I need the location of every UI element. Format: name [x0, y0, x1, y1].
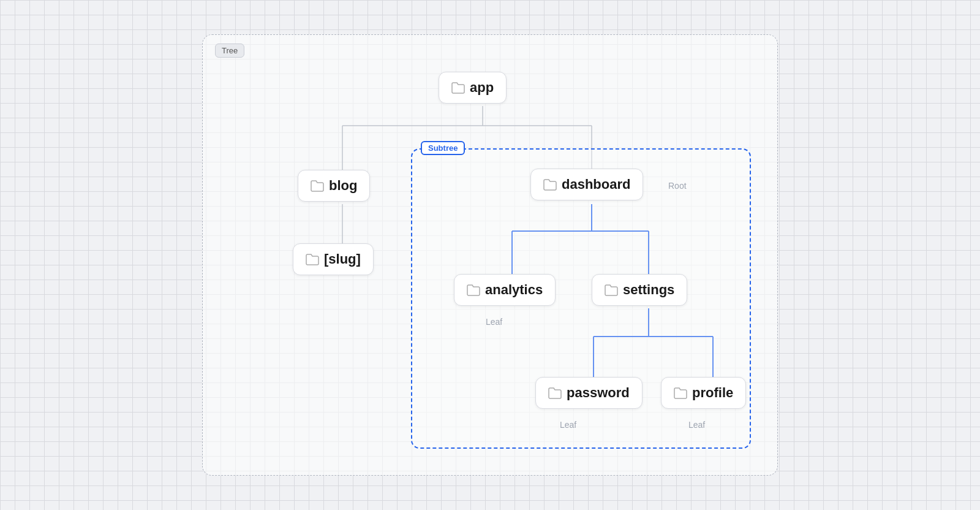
node-dashboard[interactable]: dashboard — [530, 169, 643, 200]
node-settings-label: settings — [623, 282, 674, 298]
node-blog-label: blog — [329, 178, 357, 194]
node-analytics[interactable]: analytics — [454, 274, 556, 306]
node-settings[interactable]: settings — [592, 274, 687, 306]
folder-icon-password — [548, 387, 562, 399]
folder-icon-analytics — [467, 284, 480, 296]
node-password-label: password — [567, 385, 630, 401]
folder-icon-profile — [674, 387, 687, 399]
folder-icon-app — [451, 82, 465, 94]
canvas: Tree Subtree app blog — [202, 34, 778, 476]
subtree-label: Subtree — [421, 141, 465, 155]
node-analytics-label: analytics — [485, 282, 543, 298]
folder-icon-blog — [311, 180, 324, 192]
password-node-label: Leaf — [560, 420, 576, 430]
node-dashboard-label: dashboard — [562, 177, 630, 192]
node-password[interactable]: password — [535, 377, 643, 409]
folder-icon-dashboard — [543, 178, 557, 191]
dashboard-node-label: Root — [668, 181, 687, 191]
node-profile-label: profile — [692, 385, 733, 401]
node-slug-label: [slug] — [324, 251, 361, 267]
profile-node-label: Leaf — [688, 420, 705, 430]
node-profile[interactable]: profile — [661, 377, 746, 409]
node-app-label: app — [470, 80, 494, 96]
folder-icon-settings — [605, 284, 618, 296]
node-blog[interactable]: blog — [298, 170, 370, 202]
analytics-node-label: Leaf — [486, 317, 502, 327]
node-app[interactable]: app — [439, 72, 507, 104]
folder-icon-slug — [306, 253, 319, 265]
node-slug[interactable]: [slug] — [293, 243, 374, 275]
canvas-label: Tree — [215, 44, 244, 58]
